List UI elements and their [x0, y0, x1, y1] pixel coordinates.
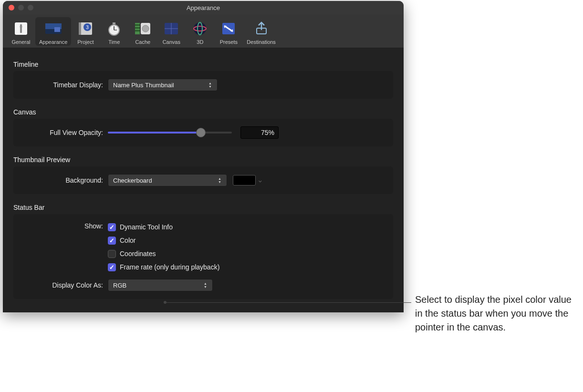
section-thumbnail: Background: Checkerboard ▲▼ ⌵: [13, 166, 393, 194]
opacity-value-field[interactable]: 75%: [240, 126, 279, 139]
tab-presets[interactable]: Presets: [214, 17, 243, 46]
section-title-statusbar: Status Bar: [13, 204, 393, 211]
zoom-button[interactable]: [28, 5, 33, 10]
color-checkbox[interactable]: ✓: [108, 237, 116, 245]
svg-rect-16: [135, 27, 140, 29]
tab-appearance[interactable]: Appearance: [35, 17, 71, 46]
stepper-icon: ▲▼: [218, 175, 225, 186]
traffic-lights: [3, 5, 33, 10]
section-statusbar: Show: ✓ Dynamic Tool Info ✓ Color Coordi…: [13, 214, 393, 299]
tab-label: 3D: [197, 39, 203, 45]
check-label: Dynamic Tool Info: [120, 223, 173, 231]
content-area: Timeline Timebar Display: Name Plus Thum…: [3, 48, 404, 312]
svg-rect-5: [54, 27, 60, 32]
tab-label: Canvas: [163, 39, 180, 45]
svg-point-19: [142, 25, 149, 32]
presets-icon: [219, 19, 238, 38]
check-label: Color: [120, 237, 135, 244]
chevron-down-icon[interactable]: ⌵: [259, 177, 262, 184]
window-title: Appearance: [3, 4, 404, 11]
svg-point-23: [194, 22, 206, 35]
section-canvas: Full View Opacity: 75%: [13, 119, 393, 146]
opacity-value-text: 75%: [261, 129, 274, 136]
minimize-button[interactable]: [18, 5, 24, 10]
callout-text: Select to display the pixel color value …: [415, 293, 580, 334]
callout-line: [165, 302, 411, 303]
tab-label: Project: [77, 39, 94, 45]
tab-label: Cache: [135, 39, 150, 45]
frame-rate-checkbox[interactable]: ✓: [108, 263, 116, 271]
stepper-icon: ▲▼: [208, 79, 215, 91]
time-icon: [104, 19, 124, 38]
svg-point-2: [20, 26, 22, 28]
display-color-as-label: Display Color As:: [22, 281, 108, 289]
section-title-thumbnail: Thumbnail Preview: [13, 156, 393, 164]
tab-label: General: [11, 39, 30, 45]
tab-label: Time: [108, 39, 120, 45]
destinations-icon: [252, 19, 271, 38]
opacity-label: Full View Opacity:: [22, 129, 108, 136]
close-button[interactable]: [9, 5, 14, 10]
background-label: Background:: [22, 176, 108, 184]
check-label: Frame rate (only during playback): [120, 263, 219, 271]
check-label: Coordinates: [120, 250, 156, 258]
select-value: RGB: [113, 282, 126, 289]
opacity-slider[interactable]: [108, 132, 232, 134]
show-label: Show:: [22, 221, 108, 230]
appearance-icon: [44, 19, 63, 38]
tab-label: Destinations: [247, 39, 276, 45]
section-title-canvas: Canvas: [13, 108, 393, 116]
canvas-icon: [162, 19, 181, 38]
svg-rect-11: [113, 22, 115, 24]
svg-rect-17: [135, 30, 140, 31]
tab-label: Presets: [220, 39, 238, 45]
3d-icon: [190, 19, 209, 38]
select-value: Checkerboard: [113, 177, 152, 184]
stepper-icon: ▲▼: [204, 279, 210, 291]
preferences-toolbar: General Appearance 3 Project Time Cache: [3, 14, 404, 48]
section-title-timeline: Timeline: [13, 61, 393, 68]
slider-thumb[interactable]: [196, 128, 206, 137]
tab-time[interactable]: Time: [100, 17, 128, 46]
project-icon: 3: [76, 19, 95, 38]
tab-destinations[interactable]: Destinations: [243, 17, 280, 46]
timebar-display-label: Timebar Display:: [22, 81, 108, 89]
display-color-as-select[interactable]: RGB ▲▼: [108, 279, 213, 291]
general-icon: [11, 19, 31, 38]
tab-general[interactable]: General: [7, 17, 35, 46]
tab-canvas[interactable]: Canvas: [157, 17, 186, 46]
background-color-swatch[interactable]: [233, 175, 256, 186]
select-value: Name Plus Thumbnail: [113, 82, 174, 89]
tab-label: Appearance: [39, 39, 67, 45]
background-select[interactable]: Checkerboard ▲▼: [108, 174, 227, 186]
dynamic-tool-info-checkbox[interactable]: ✓: [108, 223, 116, 231]
preferences-window: Appearance General Appearance 3 Project …: [3, 1, 404, 312]
section-timeline: Timebar Display: Name Plus Thumbnail ▲▼: [13, 71, 393, 99]
titlebar: Appearance: [3, 1, 404, 14]
tab-cache[interactable]: Cache: [128, 17, 157, 46]
svg-text:3: 3: [86, 25, 89, 30]
tab-project[interactable]: 3 Project: [71, 17, 100, 46]
timebar-display-select[interactable]: Name Plus Thumbnail ▲▼: [108, 79, 218, 91]
tab-3d[interactable]: 3D: [186, 17, 214, 46]
svg-rect-7: [79, 22, 81, 35]
slider-fill: [108, 132, 201, 134]
coordinates-checkbox[interactable]: [108, 250, 116, 258]
cache-icon: [133, 19, 152, 38]
svg-rect-15: [135, 24, 140, 26]
